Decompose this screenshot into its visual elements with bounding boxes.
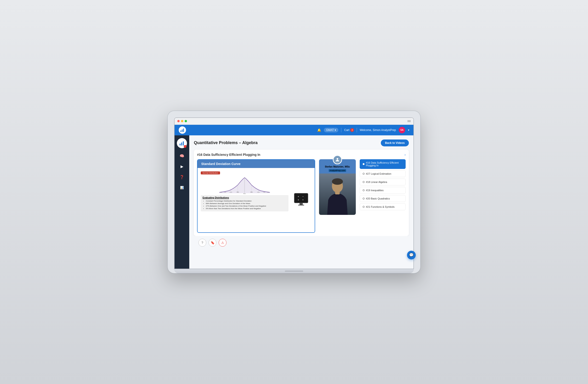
bell-curve: 34% 34% 13.5% 13.5% 2.35% 2.35% 0.15% xyxy=(201,176,289,194)
help-button[interactable]: ? xyxy=(198,239,206,247)
nav-divider xyxy=(341,128,341,132)
instructor-avatar xyxy=(333,155,342,164)
sidebar-item-chart[interactable]: 📊 xyxy=(177,183,187,192)
laptop-screen: 🔔 GMAT ▾ Cart 3 Welcome, Simon AnalystPr… xyxy=(174,117,414,269)
svg-rect-21 xyxy=(295,194,307,202)
slide-content: Normal Distribution xyxy=(198,168,315,232)
title-bar xyxy=(175,118,413,125)
svg-rect-4 xyxy=(181,143,182,146)
svg-point-30 xyxy=(332,178,343,185)
nav-right: 🔔 GMAT ▾ Cart 3 Welcome, Simon AnalystPr… xyxy=(317,127,409,133)
playlist-label: #16 Data Sufficiency Efficient Plugging … xyxy=(366,161,403,167)
svg-rect-27 xyxy=(298,205,304,205)
slide-title: Standard Deviation Curve xyxy=(201,162,240,166)
svg-text:÷: ÷ xyxy=(302,199,304,201)
sidebar: 🧠 ▶ ❓ 📊 xyxy=(175,135,189,269)
svg-point-28 xyxy=(336,158,338,159)
playlist-item-2[interactable]: #27 Logical Estimation xyxy=(360,170,406,177)
sidebar-item-brain[interactable]: 🧠 xyxy=(177,151,187,161)
eval-list: Constant Percentage Distribution for Sta… xyxy=(203,200,287,210)
playlist-dot xyxy=(363,198,364,199)
video-title-bar: #16 Data Sufficiency Efficient Plugging … xyxy=(197,153,406,156)
svg-rect-0 xyxy=(181,130,181,132)
sidebar-item-help[interactable]: ❓ xyxy=(177,172,187,182)
playlist-item-4[interactable]: #19 Inequalities xyxy=(360,187,406,194)
sidebar-item-video[interactable]: ▶ xyxy=(177,162,187,171)
svg-rect-3 xyxy=(180,144,181,146)
normal-dist-label: Normal Distribution xyxy=(201,171,220,174)
svg-rect-2 xyxy=(183,128,184,132)
svg-text:0.15%: 0.15% xyxy=(220,192,222,193)
svg-text:−: − xyxy=(302,195,304,198)
logo-badge xyxy=(184,145,187,148)
maximize-btn[interactable] xyxy=(185,120,187,122)
playlist-label: #19 Inequalities xyxy=(366,189,384,192)
svg-rect-26 xyxy=(299,203,303,205)
chat-icon: 💬 xyxy=(409,253,414,257)
warning-icon: ⚠ xyxy=(221,241,224,245)
traffic-lights xyxy=(177,120,187,122)
cart-label: Cart xyxy=(344,128,349,132)
eval-title: Evaluating Distributions xyxy=(203,196,287,199)
playlist-item-5[interactable]: #20 Basic Quadratics xyxy=(360,195,406,202)
svg-text:34%: 34% xyxy=(237,192,239,193)
brain-icon: 🧠 xyxy=(180,154,184,158)
cart-badge: 3 xyxy=(350,128,354,132)
svg-text:34%: 34% xyxy=(250,192,253,193)
back-to-videos-button[interactable]: Back to Videos xyxy=(381,139,409,146)
svg-text:Mean: Mean xyxy=(243,193,246,194)
nav-logo xyxy=(179,126,186,134)
instructor-site: AnalystPrep.com xyxy=(329,169,346,172)
minimize-btn[interactable] xyxy=(181,120,183,122)
video-section-title: #16 Data Sufficiency Efficient Plugging … xyxy=(197,153,260,156)
playlist-item-3[interactable]: #18 Linear Algebra xyxy=(360,179,406,185)
sidebar-logo xyxy=(177,138,187,148)
eval-section: Evaluating Distributions Constant Percen… xyxy=(201,195,289,212)
svg-text:13.5%: 13.5% xyxy=(257,192,260,193)
bottom-toolbar: ? 🔖 ⚠ xyxy=(194,236,409,249)
close-btn[interactable] xyxy=(177,120,180,122)
user-avatar[interactable]: SA xyxy=(399,127,405,133)
exam-chevron: ▾ xyxy=(335,128,336,132)
video-player[interactable]: Standard Deviation Curve Normal Distribu… xyxy=(197,159,315,233)
monitor-icon-area: + − × ÷ xyxy=(293,193,309,208)
laptop-frame: 🔔 GMAT ▾ Cart 3 Welcome, Simon AnalystPr… xyxy=(168,111,420,273)
report-button[interactable]: ⚠ xyxy=(219,239,227,247)
bookmark-button[interactable]: 🔖 xyxy=(209,239,216,247)
bookmark-icon: 🔖 xyxy=(211,241,214,245)
hamburger-icon[interactable] xyxy=(407,120,411,122)
instructor-photo xyxy=(319,173,356,215)
playlist-dot xyxy=(363,163,364,165)
svg-text:0.15%: 0.15% xyxy=(267,192,269,193)
instructor-name: Stefan Maisnier, MSc xyxy=(321,165,354,168)
user-chevron: ▾ xyxy=(408,128,409,132)
playlist-sidebar: #16 Data Sufficiency Efficient Plugging … xyxy=(360,159,406,233)
top-navigation: 🔔 GMAT ▾ Cart 3 Welcome, Simon AnalystPr… xyxy=(175,125,413,135)
slide-left: Normal Distribution xyxy=(201,170,289,230)
cart-button[interactable]: Cart 3 xyxy=(344,128,354,132)
playlist-item-1[interactable]: #16 Data Sufficiency Efficient Plugging … xyxy=(360,159,406,169)
page-header: Quantitative Problems – Algebra Back to … xyxy=(194,139,409,146)
exam-selector[interactable]: GMAT ▾ xyxy=(324,128,338,132)
chat-bubble[interactable]: 💬 xyxy=(407,251,414,259)
svg-text:2.35%: 2.35% xyxy=(224,192,226,193)
playlist-label: #27 Logical Estimation xyxy=(366,172,391,175)
video-section: #16 Data Sufficiency Efficient Plugging … xyxy=(194,149,409,236)
chart-icon: 📊 xyxy=(180,186,184,189)
slide-header: Standard Deviation Curve xyxy=(198,160,315,168)
main-layout: 🧠 ▶ ❓ 📊 Quantitative Problems – Algebra … xyxy=(175,135,413,269)
instructor-name-box: Stefan Maisnier, MSc AnalystPrep.com xyxy=(319,159,356,173)
exam-label: GMAT xyxy=(326,128,334,132)
bell-icon[interactable]: 🔔 xyxy=(317,128,321,132)
playlist-label: #21 Functions & Symbols xyxy=(366,205,395,208)
playlist-item-6[interactable]: #21 Functions & Symbols xyxy=(360,203,406,210)
svg-rect-1 xyxy=(182,129,183,132)
help-icon: ❓ xyxy=(180,175,184,179)
list-item: Constant Percentage Distribution for Sta… xyxy=(206,200,287,202)
playlist-dot xyxy=(363,206,364,208)
chevron-right-icon: › xyxy=(404,153,406,156)
list-item: 27% Between One and Two Deviations of th… xyxy=(206,205,287,207)
nav-divider-2 xyxy=(357,128,357,132)
page-title: Quantitative Problems – Algebra xyxy=(194,140,257,145)
slide-right: + − × ÷ xyxy=(291,170,312,230)
